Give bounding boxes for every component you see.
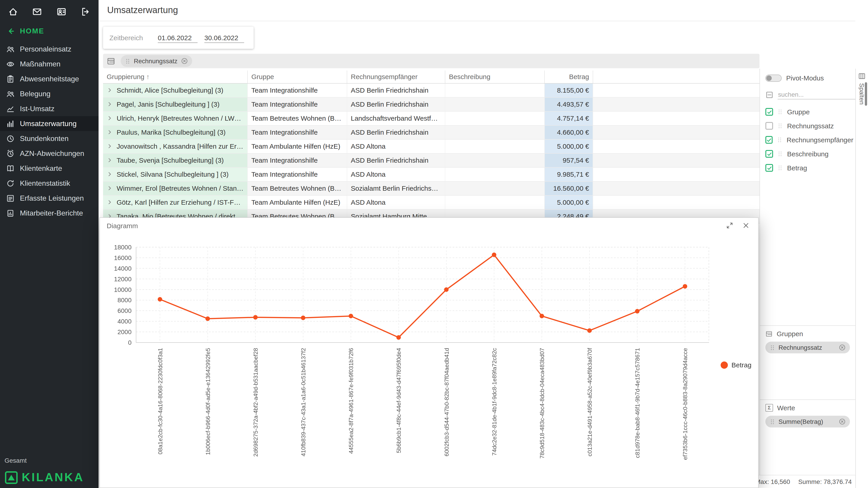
gruppen-section: Gruppen Rechnungssatz bbox=[760, 325, 855, 357]
chart-point[interactable] bbox=[587, 328, 592, 333]
unchecked-checkbox[interactable] bbox=[765, 122, 773, 130]
row-expand-chevron-icon[interactable] bbox=[107, 87, 113, 93]
chart-point[interactable] bbox=[492, 253, 496, 257]
table-row[interactable]: Wimmer, Erol [Betreutes Wohnen / Standa.… bbox=[103, 182, 760, 196]
sidebar-item-klientenstatistik[interactable]: Klientenstatistik bbox=[0, 176, 98, 191]
remove-werte-chip-icon[interactable] bbox=[839, 418, 846, 425]
sidebar-item-mitarbeiter-berichte[interactable]: Mitarbeiter-Berichte bbox=[0, 205, 98, 221]
gruppierung-cell: Pagel, Janis [Schulbegleitung ] (3) bbox=[103, 98, 248, 111]
select-all-checkbox[interactable] bbox=[765, 91, 774, 99]
row-expand-chevron-icon[interactable] bbox=[107, 143, 113, 149]
table-row[interactable]: Paulus, Marika [Schulbegleitung] (3)Team… bbox=[103, 126, 760, 140]
pivot-mode-toggle[interactable] bbox=[765, 74, 782, 82]
chart-point[interactable] bbox=[635, 309, 640, 314]
sidebar-item-stundenkonten[interactable]: Stundenkonten bbox=[0, 131, 98, 146]
sidebar-item-klientenkarte[interactable]: Klientenkarte bbox=[0, 161, 98, 176]
chart-point[interactable] bbox=[444, 287, 449, 292]
row-expand-chevron-icon[interactable] bbox=[107, 199, 113, 205]
dialog-titlebar[interactable]: Diagramm bbox=[100, 218, 758, 233]
column-header-rechnungsempfänger[interactable]: Rechnungsempfänger bbox=[347, 70, 445, 83]
column-header-beschreibung[interactable]: Beschreibung bbox=[445, 70, 545, 83]
table-row[interactable]: Jovanowitsch , Kassandra [Hilfen zur Erz… bbox=[103, 140, 760, 154]
chart-point[interactable] bbox=[158, 297, 162, 302]
sidebar-item-belegung[interactable]: Belegung bbox=[0, 86, 98, 101]
row-expand-chevron-icon[interactable] bbox=[107, 115, 113, 121]
remove-group-icon[interactable] bbox=[181, 57, 188, 65]
werte-chip[interactable]: Summe(Betrag) bbox=[765, 416, 850, 427]
list-icon bbox=[6, 194, 14, 202]
sidebar-item-label: Umsatzerwartung bbox=[20, 120, 76, 128]
beschreibung-cell bbox=[445, 111, 545, 125]
column-chooser-item-rechnungssatz[interactable]: Rechnungssatz bbox=[760, 119, 855, 133]
table-row[interactable]: Pagel, Janis [Schulbegleitung ] (3)Team … bbox=[103, 98, 760, 111]
remove-gruppen-chip-icon[interactable] bbox=[839, 344, 846, 351]
sidebar-item-erfasste-leistungen[interactable]: Erfasste Leistungen bbox=[0, 191, 98, 205]
date-from-input[interactable] bbox=[158, 33, 197, 43]
chart-point[interactable] bbox=[301, 316, 305, 320]
gruppe-cell: Team Betreutes Wohnen (BeWo) bbox=[248, 182, 347, 195]
column-header-gruppierung[interactable]: Gruppierung↑ bbox=[103, 70, 248, 83]
column-chooser-item-beschreibung[interactable]: Beschreibung bbox=[760, 147, 855, 161]
gruppen-icon bbox=[765, 330, 773, 337]
betrag-cell: 957,54 € bbox=[545, 154, 593, 167]
arrow-left-icon bbox=[7, 27, 15, 35]
sidebar-item-label: Stundenkonten bbox=[20, 134, 68, 142]
column-chooser-item-rechnungsempfänger[interactable]: Rechnungsempfänger bbox=[760, 133, 855, 147]
table-row[interactable]: Schmidt, Alice [Schulbegleitung] (3)Team… bbox=[103, 84, 760, 98]
checked-checkbox[interactable] bbox=[765, 136, 773, 144]
sidebar-item-umsatzerwartung[interactable]: Umsatzerwartung bbox=[0, 116, 98, 131]
row-expand-chevron-icon[interactable] bbox=[107, 185, 113, 191]
sidebar-item-personaleinsatz[interactable]: Personaleinsatz bbox=[0, 41, 98, 57]
row-expand-chevron-icon[interactable] bbox=[107, 171, 113, 177]
chart-point[interactable] bbox=[206, 317, 210, 321]
table-row[interactable]: Taube, Svenja [Schulbegleitung] (3)Team … bbox=[103, 154, 760, 168]
logout-icon[interactable] bbox=[81, 7, 90, 17]
rechnungsempfaenger-cell: ASD Berlin Friedrichshain bbox=[347, 84, 445, 97]
sidebar-item-label: AZN-Abweichungen bbox=[20, 149, 84, 158]
gruppierung-text: Paulus, Marika [Schulbegleitung] (3) bbox=[117, 128, 225, 136]
row-expand-chevron-icon[interactable] bbox=[107, 157, 113, 163]
filler-cell bbox=[593, 84, 760, 97]
gruppen-chip[interactable]: Rechnungssatz bbox=[765, 341, 850, 353]
date-to-input[interactable] bbox=[204, 33, 244, 43]
column-chooser-label: Gruppe bbox=[787, 108, 810, 116]
column-chooser-item-gruppe[interactable]: Gruppe bbox=[760, 105, 855, 119]
sidebar-item-maßnahmen[interactable]: Maßnahmen bbox=[0, 57, 98, 71]
scrollbar-thumb[interactable] bbox=[865, 82, 867, 106]
gruppe-cell: Team Integrationshilfe bbox=[248, 168, 347, 181]
beschreibung-cell bbox=[445, 98, 545, 111]
column-header-gruppe[interactable]: Gruppe bbox=[248, 70, 347, 83]
mail-icon[interactable] bbox=[32, 7, 42, 17]
chart-cols-icon bbox=[6, 120, 14, 128]
table-row[interactable]: Götz, Karl [Hilfen zur Erziehung / IST-F… bbox=[103, 196, 760, 210]
gruppierung-cell: Jovanowitsch , Kassandra [Hilfen zur Erz… bbox=[103, 140, 248, 153]
contacts-icon[interactable] bbox=[56, 7, 66, 17]
column-header-betrag[interactable]: Betrag bbox=[545, 70, 593, 83]
chart-point[interactable] bbox=[253, 315, 258, 320]
diagramm-dialog: Diagramm 0200040006000800010000120001400… bbox=[99, 217, 758, 488]
close-icon[interactable] bbox=[742, 222, 749, 229]
chart-point[interactable] bbox=[539, 314, 544, 318]
group-chip-rechnungssatz[interactable]: Rechnungssatz bbox=[121, 55, 192, 67]
table-row[interactable]: Ulrich, Henryk [Betreutes Wohnen / LWL] … bbox=[103, 111, 760, 126]
checked-checkbox[interactable] bbox=[765, 150, 773, 158]
row-expand-chevron-icon[interactable] bbox=[107, 129, 113, 135]
checked-checkbox[interactable] bbox=[765, 108, 773, 116]
expand-icon[interactable] bbox=[726, 222, 733, 229]
row-expand-chevron-icon[interactable] bbox=[107, 101, 113, 107]
column-chooser-item-betrag[interactable]: Betrag bbox=[760, 161, 855, 175]
chart-point[interactable] bbox=[348, 314, 353, 318]
gruppierung-text: Schmidt, Alice [Schulbegleitung] (3) bbox=[117, 86, 223, 94]
checked-checkbox[interactable] bbox=[765, 164, 773, 172]
sidebar-item-azn-abweichungen[interactable]: AZN-Abweichungen bbox=[0, 146, 98, 161]
table-row[interactable]: Stickel, Silvana [Schulbegleitung ] (3)T… bbox=[103, 168, 760, 182]
chart-point[interactable] bbox=[396, 335, 401, 340]
line-chart: 0200040006000800010000120001400016000180… bbox=[100, 233, 758, 488]
column-search-input[interactable] bbox=[778, 90, 860, 99]
chart-point[interactable] bbox=[683, 284, 687, 289]
home-nav[interactable]: HOME bbox=[0, 24, 98, 39]
home-icon[interactable] bbox=[8, 7, 18, 17]
sidebar-item-ist-umsatz[interactable]: Ist-Umsatz bbox=[0, 101, 98, 116]
sidebar-footer: Gesamt KILANKA bbox=[0, 452, 98, 488]
sidebar-item-abwesenheitstage[interactable]: Abwesenheitstage bbox=[0, 71, 98, 86]
